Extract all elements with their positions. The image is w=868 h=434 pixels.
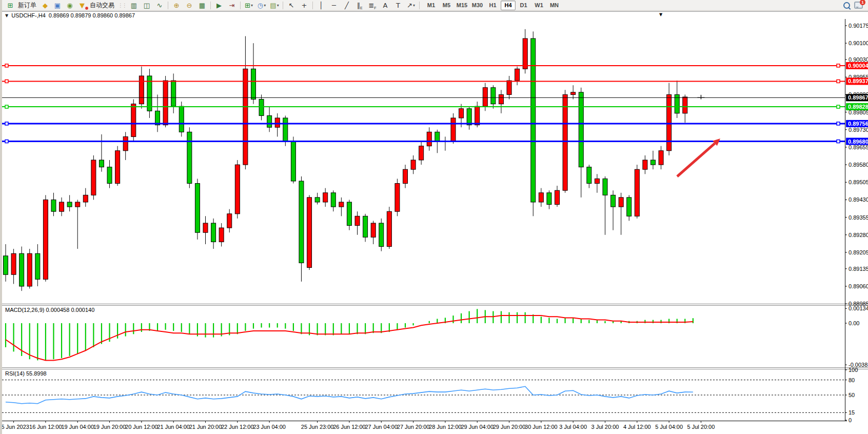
vertical-line-icon[interactable]: │ — [315, 1, 327, 10]
timeframe-M30[interactable]: M30 — [470, 1, 485, 10]
time-tick-label: 29 Jun 04:00 — [461, 424, 494, 430]
timeframe-M15[interactable]: M15 — [455, 1, 469, 10]
fibonacci-icon[interactable]: ≣F — [366, 1, 379, 10]
price-chart-canvas[interactable]: MACD(12,26,9) 0.000458 0.000140RSI(14) 5… — [2, 11, 868, 434]
new-order-icon: ⊞ — [8, 2, 13, 9]
line-anchor-handle[interactable] — [837, 64, 840, 67]
signal-icon: ◉ — [67, 2, 72, 9]
rsi-axis-label: 80 — [849, 377, 855, 383]
zoom-out-icon[interactable]: ⊖ — [183, 1, 195, 10]
line-anchor-handle[interactable] — [5, 80, 8, 83]
timeframe-M1[interactable]: M1 — [424, 1, 439, 10]
candle-body — [4, 256, 8, 274]
bar-chart-icon[interactable]: ▥ — [128, 1, 140, 10]
text-label-icon[interactable]: T — [392, 1, 404, 10]
line-chart-icon[interactable]: ∿ — [153, 1, 166, 10]
indicators-icon[interactable]: ⊞▾ — [243, 1, 255, 10]
price-tick-label: 0.89430 — [849, 196, 868, 203]
line-chart-icon: ∿ — [157, 2, 163, 9]
candle-body — [307, 198, 312, 268]
line-anchor-handle[interactable] — [837, 122, 840, 125]
line-anchor-handle[interactable] — [837, 80, 840, 83]
notifications-icon[interactable]: 1 — [854, 2, 863, 9]
time-tick-label: 19 Jun 20:00 — [93, 424, 126, 430]
chart-shift-icon[interactable]: ⇥ — [226, 1, 238, 10]
candle-body — [275, 118, 280, 127]
timeframe-W1[interactable]: W1 — [531, 1, 546, 10]
auto-trading-label[interactable]: 自动交易 — [90, 1, 114, 10]
svg-text:0.89937: 0.89937 — [848, 78, 868, 84]
time-tick-label: 30 Jun 12:00 — [525, 424, 558, 430]
new-order-label[interactable]: 新订单 — [18, 1, 36, 10]
tile-windows-icon[interactable]: ▦ — [196, 1, 208, 10]
crosshair-icon[interactable]: + — [298, 1, 310, 10]
arrows-icon[interactable]: ↗▾ — [405, 1, 417, 10]
arrows-icon-dropdown[interactable]: ▾ — [413, 3, 415, 8]
search-icon[interactable] — [843, 2, 850, 9]
time-tick-label: 28 Jun 12:00 — [429, 424, 462, 430]
arrows-icon: ↗ — [407, 2, 412, 9]
periods-icon-dropdown[interactable]: ▾ — [264, 3, 266, 8]
time-tick-label: 3 Jul 04:00 — [559, 424, 587, 430]
auto-trading-status-dot — [85, 6, 89, 10]
candle-body — [259, 100, 264, 116]
z​oom-in-icon[interactable]: ⊕ — [170, 1, 183, 10]
toolbar-separator — [210, 2, 211, 9]
price-tick-label: 0.90175 — [849, 23, 868, 29]
timeframe-H4[interactable]: H4 — [501, 1, 516, 10]
candle-body — [27, 253, 32, 286]
cursor-icon: ↖ — [289, 2, 294, 9]
line-anchor-handle[interactable] — [837, 105, 840, 108]
timeframe-D1[interactable]: D1 — [516, 1, 531, 10]
timeframe-MN[interactable]: MN — [547, 1, 562, 10]
toolbar-grip: ⋮⋮ — [118, 3, 126, 8]
price-label-box: 0.89937 — [846, 77, 868, 85]
signal-icon[interactable]: ◉ — [64, 1, 76, 10]
indicators-icon-dropdown[interactable]: ▾ — [251, 3, 253, 8]
price-tick-label: 0.89205 — [849, 249, 868, 255]
chart-collapse-icon[interactable]: ▼ — [5, 13, 8, 18]
profile-icon[interactable]: ▣ — [51, 1, 64, 10]
time-tick-label: 29 Jun 20:00 — [493, 424, 526, 430]
macd-axis-label: 0.00 — [849, 320, 859, 326]
candle-body — [659, 151, 663, 165]
history-icon[interactable]: ◆ — [39, 1, 51, 10]
toolbar-separator — [283, 2, 283, 9]
candle-body — [547, 193, 551, 205]
candle-body — [323, 193, 328, 202]
candle-body — [467, 109, 471, 125]
auto-scroll-icon[interactable]: ▶ — [213, 1, 225, 10]
auto-trading-icon[interactable]: ▼ — [76, 1, 88, 10]
text-label-icon: T — [396, 2, 400, 9]
candlestick-chart-icon: ◫ — [144, 2, 150, 9]
line-anchor-handle[interactable] — [5, 105, 8, 108]
candle-body — [515, 69, 520, 81]
timeframe-M5[interactable]: M5 — [439, 1, 454, 10]
templates-icon[interactable]: ▤▾ — [268, 1, 281, 10]
periods-icon[interactable]: ◷▾ — [255, 1, 268, 10]
horizontal-line-icon[interactable]: ─ — [328, 1, 340, 10]
candlestick-chart-icon[interactable]: ◫ — [141, 1, 153, 10]
price-tick-label: 0.90100 — [849, 40, 868, 46]
equidistant-channel-icon[interactable]: ∥E — [353, 1, 366, 10]
templates-icon-dropdown[interactable]: ▾ — [277, 3, 279, 8]
trendline-icon[interactable]: ╱ — [341, 1, 353, 10]
line-anchor-handle[interactable] — [5, 122, 8, 125]
candle-body — [587, 167, 591, 184]
toolbar-separator — [240, 2, 241, 9]
line-anchor-handle[interactable] — [5, 64, 8, 67]
new-order-icon[interactable]: ⊞ — [4, 1, 16, 10]
text-icon[interactable]: A — [379, 1, 391, 10]
candle-body — [11, 253, 16, 274]
price-tick-label: 0.89580 — [849, 162, 868, 168]
cursor-icon[interactable]: ↖ — [285, 1, 298, 10]
line-anchor-handle[interactable] — [5, 140, 8, 143]
timeframe-H1[interactable]: H1 — [485, 1, 500, 10]
line-anchor-handle[interactable] — [837, 140, 840, 143]
vertical-line-icon: │ — [319, 2, 323, 9]
candle-body — [75, 202, 80, 207]
candle-body — [291, 142, 295, 181]
chart-shift-marker-icon[interactable]: ▼ — [659, 12, 662, 17]
candle-body — [131, 104, 136, 137]
time-tick-label: 21 Jun 20:00 — [189, 424, 222, 430]
